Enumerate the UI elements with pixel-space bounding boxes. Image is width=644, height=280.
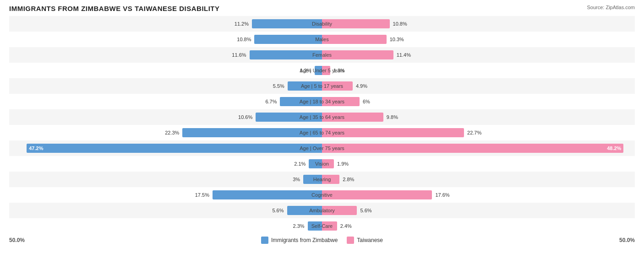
bar-value-right: 2.8% [341, 177, 354, 182]
bar-left: 2.3% [308, 221, 322, 231]
chart-row: 10.6%9.8%Age | 35 to 64 years [9, 109, 635, 125]
bar-value-right: 5.6% [359, 208, 371, 213]
bar-value-left: 17.5% [195, 192, 211, 198]
chart-row: 2.3%2.4%Self-Care [9, 218, 635, 234]
bar-right: 1.3% [322, 66, 330, 75]
bar-value-left: 5.6% [272, 208, 285, 213]
chart-row: 47.2%48.2%Age | Over 75 years [9, 140, 635, 156]
bar-value-right: 1.3% [332, 68, 345, 73]
left-bar-section: 47.2% [9, 140, 322, 156]
header: IMMIGRANTS FROM ZIMBABWE VS TAIWANESE DI… [9, 5, 635, 12]
left-bar-section: 6.7% [9, 94, 322, 109]
bar-left: 11.6% [250, 50, 322, 59]
left-bar-section: 11.2% [9, 16, 322, 32]
bar-value-right: 11.4% [395, 52, 411, 58]
bar-value-right: 48.2% [607, 145, 623, 151]
bar-value-left: 3% [293, 177, 301, 182]
right-bar-section: 17.6% [322, 187, 635, 203]
right-bar-section: 2.8% [322, 172, 635, 187]
bar-value-left: 2.3% [293, 223, 306, 229]
bar-value-right: 22.7% [466, 130, 481, 135]
bar-right: 10.3% [322, 35, 387, 44]
bar-left: 5.5% [288, 81, 322, 91]
left-bar-section: 10.6% [9, 109, 322, 125]
bar-value-left: 2.1% [294, 161, 307, 167]
chart-row: 17.5%17.6%Cognitive [9, 187, 635, 203]
chart-row: 10.8%10.3%Males [9, 32, 635, 47]
left-bar-section: 3% [9, 172, 322, 187]
legend-color-box [261, 237, 268, 244]
chart-footer: 50.0% Immigrants from ZimbabweTaiwanese … [9, 237, 635, 244]
bar-value-left: 10.8% [237, 37, 252, 42]
legend-label: Immigrants from Zimbabwe [271, 237, 338, 243]
chart-row: 22.3%22.7%Age | 65 to 74 years [9, 125, 635, 140]
chart-title: IMMIGRANTS FROM ZIMBABWE VS TAIWANESE DI… [9, 5, 220, 12]
bar-right: 2.8% [322, 175, 339, 184]
legend-color-box [347, 237, 354, 244]
right-bar-section: 22.7% [322, 125, 635, 140]
legend-item: Immigrants from Zimbabwe [261, 237, 338, 244]
source-label: Source: ZipAtlas.com [587, 5, 635, 10]
chart-row: 3%2.8%Hearing [9, 172, 635, 187]
bar-right: 2.4% [322, 221, 337, 231]
bar-left: 22.3% [182, 128, 322, 137]
chart-row: 5.6%5.6%Ambulatory [9, 203, 635, 218]
chart-row: 2.1%1.9%Vision [9, 156, 635, 172]
left-bar-section: 22.3% [9, 125, 322, 140]
chart-container: 11.2%10.8%Disability10.8%10.3%Males11.6%… [9, 16, 635, 234]
left-bar-section: 1.2% [9, 63, 322, 78]
bar-left: 3% [303, 175, 322, 184]
left-bar-section: 17.5% [9, 187, 322, 203]
bar-right: 1.9% [322, 159, 334, 168]
right-bar-section: 9.8% [322, 109, 635, 125]
right-bar-section: 6% [322, 94, 635, 109]
bar-value-right: 4.9% [355, 83, 367, 89]
bar-value-right: 2.4% [339, 223, 352, 229]
left-bar-section: 10.8% [9, 32, 322, 47]
right-bar-section: 11.4% [322, 47, 635, 63]
bar-value-left: 11.2% [235, 21, 250, 27]
legend: Immigrants from ZimbabweTaiwanese [25, 237, 619, 244]
chart-row: 11.2%10.8%Disability [9, 16, 635, 32]
legend-label: Taiwanese [357, 237, 383, 243]
chart-row: 1.2%1.3%Age | Under 5 years [9, 63, 635, 78]
bar-right: 17.6% [322, 190, 432, 199]
bar-value-left: 10.6% [238, 114, 254, 120]
bar-value-left: 5.5% [273, 83, 286, 89]
right-bar-section: 10.3% [322, 32, 635, 47]
left-bar-section: 5.6% [9, 203, 322, 218]
left-bar-section: 2.3% [9, 218, 322, 234]
bar-left: 1.2% [315, 66, 322, 75]
legend-item: Taiwanese [347, 237, 383, 244]
right-bar-section: 1.9% [322, 156, 635, 172]
right-bar-section: 10.8% [322, 16, 635, 32]
right-axis-label: 50.0% [619, 237, 635, 243]
bar-value-right: 17.6% [434, 192, 449, 198]
bar-right: 48.2% [322, 144, 623, 153]
right-bar-section: 2.4% [322, 218, 635, 234]
bar-value-left: 22.3% [165, 130, 180, 135]
bar-value-left: 1.2% [300, 68, 313, 73]
left-bar-section: 11.6% [9, 47, 322, 63]
right-bar-section: 4.9% [322, 78, 635, 94]
bar-right: 11.4% [322, 50, 393, 59]
bar-right: 6% [322, 97, 360, 106]
right-bar-section: 1.3% [322, 63, 635, 78]
bar-value-left: 47.2% [27, 145, 43, 151]
right-bar-section: 48.2% [322, 140, 635, 156]
chart-row: 5.5%4.9%Age | 5 to 17 years [9, 78, 635, 94]
bar-value-right: 10.3% [388, 37, 404, 42]
bar-value-right: 1.9% [336, 161, 349, 167]
chart-row: 11.6%11.4%Females [9, 47, 635, 63]
bar-value-right: 9.8% [385, 114, 398, 120]
chart-row: 6.7%6%Age | 18 to 34 years [9, 94, 635, 109]
bar-value-right: 10.8% [392, 21, 407, 27]
bar-right: 5.6% [322, 206, 357, 215]
bar-left: 6.7% [280, 97, 322, 106]
bar-right: 10.8% [322, 19, 390, 28]
bar-right: 4.9% [322, 81, 353, 91]
bar-left: 17.5% [213, 190, 322, 199]
left-axis-label: 50.0% [9, 237, 25, 243]
bar-value-right: 6% [361, 99, 370, 104]
left-bar-section: 2.1% [9, 156, 322, 172]
